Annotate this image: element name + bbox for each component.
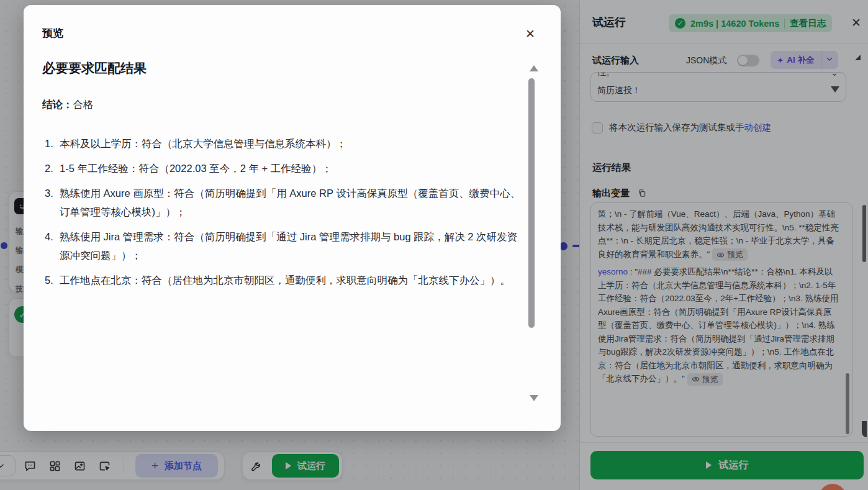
conclusion-value: 合格: [73, 99, 94, 110]
scroll-down-arrow[interactable]: [530, 395, 538, 401]
modal-scrollbar[interactable]: [528, 78, 535, 328]
list-item: 1.本科及以上学历：符合（北京大学信息管理与信息系统本科）；: [45, 134, 522, 153]
list-item: 3.熟练使用 Axure 画原型：符合（简历明确提到「用 Axure RP 设计…: [45, 184, 522, 221]
scroll-up-arrow[interactable]: [530, 65, 538, 71]
conclusion-line: 结论：合格: [42, 98, 94, 112]
list-item: 5.工作地点在北京：符合（居住地为北京市朝阳区，通勤便利，求职意向明确为「北京线…: [45, 271, 522, 289]
modal-title: 预览: [42, 26, 63, 40]
list-item: 4.熟练使用 Jira 管理需求：符合（简历明确提到「通过 Jira 管理需求排…: [45, 227, 522, 265]
app-window: 输入 输出 模型 技能 ✓: [0, 0, 868, 490]
result-heading: 必要要求匹配结果: [42, 60, 147, 77]
conclusion-label: 结论：: [42, 99, 73, 110]
preview-modal: 预览 ✕ 必要要求匹配结果 结论：合格 1.本科及以上学历：符合（北京大学信息管…: [24, 5, 561, 431]
modal-close-icon[interactable]: ✕: [525, 28, 535, 40]
requirement-list: 1.本科及以上学历：符合（北京大学信息管理与信息系统本科）； 2.1-5 年工作…: [45, 134, 522, 296]
list-item: 2.1-5 年工作经验：符合（2022.03 至今，2 年 + 工作经验）；: [45, 159, 522, 178]
